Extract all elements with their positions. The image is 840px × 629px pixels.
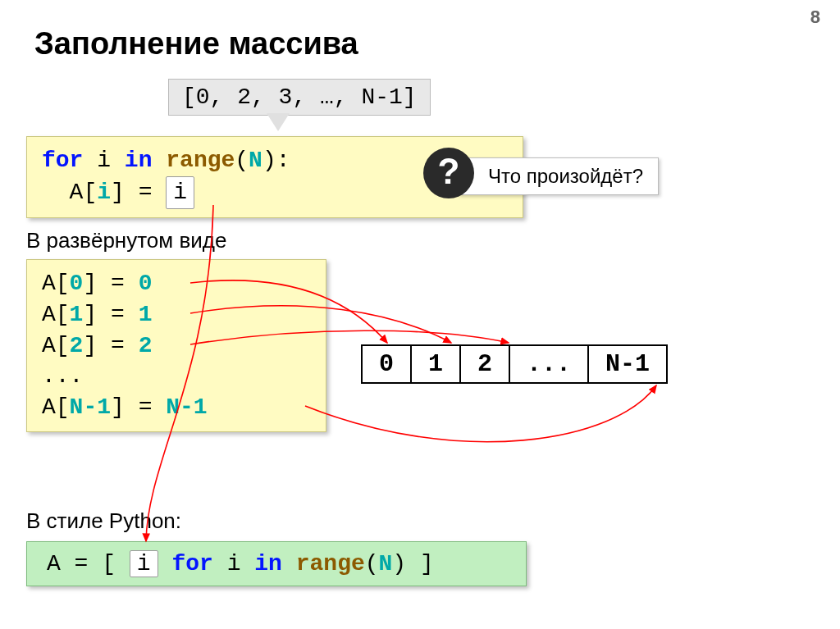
l1a: A[ xyxy=(42,271,70,296)
c3-pill: i xyxy=(130,550,158,577)
l5a: A[ xyxy=(42,394,70,420)
l1i: 0 xyxy=(70,271,84,296)
cell-0: 0 xyxy=(361,344,412,384)
l5i: N-1 xyxy=(70,394,111,420)
c3-close: ) ] xyxy=(392,551,433,577)
l3a: A[ xyxy=(42,333,70,358)
assign: ] = xyxy=(111,180,166,205)
cell-1: 1 xyxy=(410,344,461,384)
cell-dots: ... xyxy=(509,344,589,384)
cell-2: 2 xyxy=(459,344,510,384)
keyword-in: in xyxy=(125,148,153,173)
l2i: 1 xyxy=(70,302,84,327)
keyword-for: for xyxy=(42,148,83,173)
l4: ... xyxy=(42,363,83,389)
c3-N: N xyxy=(379,551,393,577)
close-colon: ): xyxy=(262,148,290,173)
l1v: 0 xyxy=(139,271,153,296)
callout-pointer xyxy=(267,113,290,131)
l3i: 2 xyxy=(70,333,84,358)
arr-A: A[ xyxy=(70,180,98,205)
c3-mid xyxy=(158,551,172,577)
c3-i: i xyxy=(213,551,254,577)
l2b: ] = xyxy=(83,302,138,327)
subtitle-python: В стиле Python: xyxy=(26,508,181,534)
l3b: ] = xyxy=(83,333,138,358)
pill-i: i xyxy=(166,176,194,209)
c3-pre: A = [ xyxy=(47,551,130,577)
range-list-box: [0, 2, 3, …, N-1] xyxy=(168,79,431,116)
arg-N: N xyxy=(249,148,262,173)
c3-sp xyxy=(282,551,296,577)
c3-range: range xyxy=(296,551,365,577)
paren-open: ( xyxy=(235,148,249,173)
code-expanded: A[0] = 0 A[1] = 1 A[2] = 2 ... A[N-1] = … xyxy=(26,259,326,432)
idx-i: i xyxy=(97,180,111,205)
array-table: 0 1 2 ... N-1 xyxy=(361,344,668,384)
slide-title: Заполнение массива xyxy=(34,26,358,62)
question-mark-icon: ? xyxy=(423,148,474,198)
c3-in: in xyxy=(254,551,282,577)
l1b: ] = xyxy=(83,271,138,296)
question-label: Что произойдёт? xyxy=(458,157,659,195)
code-list-comprehension: A = [ i for i in range(N) ] xyxy=(26,541,527,586)
subtitle-expanded: В развёрнутом виде xyxy=(26,228,226,253)
l3v: 2 xyxy=(139,333,153,358)
fn-range: range xyxy=(166,148,235,173)
cell-n1: N-1 xyxy=(587,344,668,384)
l2v: 1 xyxy=(139,302,153,327)
l5v: N-1 xyxy=(166,394,207,420)
c3-for: for xyxy=(171,551,212,577)
var-i: i xyxy=(97,148,111,173)
l5b: ] = xyxy=(111,394,166,420)
page-number: 8 xyxy=(810,7,820,28)
l2a: A[ xyxy=(42,302,70,327)
c3-paren: ( xyxy=(365,551,379,577)
